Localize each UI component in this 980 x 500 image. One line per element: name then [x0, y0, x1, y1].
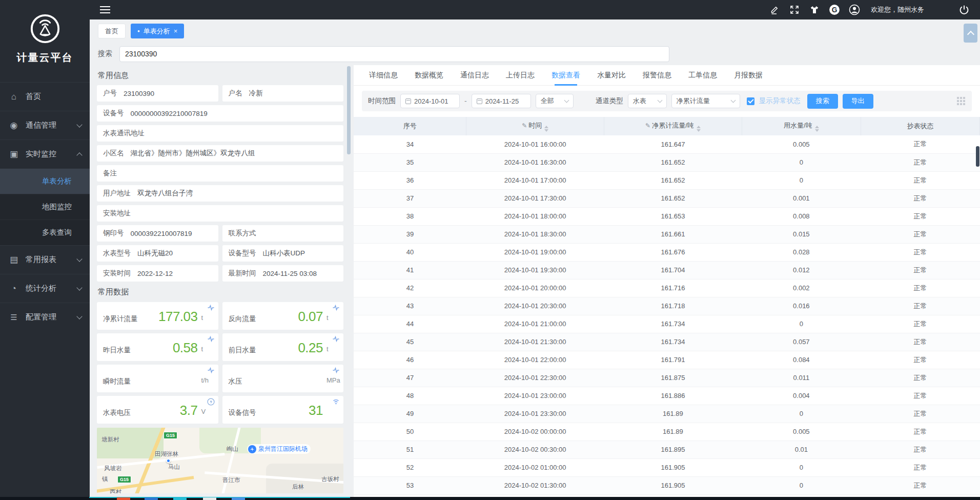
pulse-icon[interactable]: [207, 367, 215, 374]
breadcrumb-tab[interactable]: ● 首页 ×: [98, 24, 126, 38]
sidebar-menu-item[interactable]: 首页: [0, 82, 90, 111]
table-row[interactable]: 38 2024-10-01 18:00:00 161.653 0.008 正常: [354, 207, 980, 225]
table-row[interactable]: 52 2024-10-02 01:00:00 161.905 0 正常: [354, 458, 980, 476]
data-card: 昨日水量 0.58 t: [97, 333, 218, 361]
pulse-icon[interactable]: [332, 335, 340, 343]
taskbar-app-icon[interactable]: [203, 497, 216, 500]
table-header-row: 序号 时间 净累计流量/吨: [354, 117, 980, 135]
sort-desc-icon[interactable]: [697, 129, 701, 132]
detail-tab[interactable]: 上传日志: [506, 65, 535, 85]
detail-tab[interactable]: 通信日志: [460, 65, 489, 85]
table-column-header[interactable]: 时间: [466, 117, 604, 135]
detail-tab[interactable]: 数据查看: [552, 65, 580, 85]
g-circle-icon[interactable]: G: [829, 4, 840, 15]
sort-asc-icon[interactable]: [815, 126, 819, 128]
table-row[interactable]: 50 2024-10-02 00:00:00 161.89 0.005 正常: [354, 423, 980, 441]
detail-tab[interactable]: 报警信息: [643, 65, 671, 85]
table-row[interactable]: 40 2024-10-01 19:00:00 161.676 0.028 正常: [354, 243, 980, 261]
wifi-signal-icon[interactable]: [332, 398, 340, 405]
date-to-input[interactable]: 2024-11-25: [472, 94, 531, 108]
table-row[interactable]: 37 2024-10-01 17:30:00 161.652 0.001 正常: [354, 189, 980, 207]
sort-icons[interactable]: [815, 126, 819, 132]
table-row[interactable]: 39 2024-10-01 18:30:00 161.661 0.015 正常: [354, 225, 980, 243]
table-column-header[interactable]: 用水量/吨: [742, 117, 861, 135]
cell-usage: 0.008: [742, 207, 861, 225]
sort-icons[interactable]: [697, 126, 701, 132]
table-row[interactable]: 48 2024-10-01 23:00:00 161.886 0.004 正常: [354, 387, 980, 405]
table-row[interactable]: 44 2024-10-01 21:00:00 161.734 0 正常: [354, 315, 980, 333]
table-row[interactable]: 35 2024-10-01 16:30:00 161.652 0 正常: [354, 153, 980, 171]
page-scrollbar-thumb[interactable]: [976, 146, 979, 167]
sidebar-menu-item[interactable]: 常用报表: [0, 245, 90, 274]
table-row[interactable]: 41 2024-10-01 19:30:00 161.704 0.012 正常: [354, 261, 980, 279]
detail-tab[interactable]: 月报数据: [734, 65, 763, 85]
voltage-icon[interactable]: [207, 398, 215, 406]
table-row[interactable]: 53 2024-10-02 01:30:00 161.905 0 正常: [354, 476, 980, 494]
granularity-select[interactable]: 全部: [536, 94, 574, 108]
channel-select[interactable]: 水表: [628, 94, 667, 108]
taskbar-app-icon[interactable]: [232, 497, 245, 500]
table-row[interactable]: 45 2024-10-01 21:30:00 161.734 0.057 正常: [354, 333, 980, 351]
table-row[interactable]: 43 2024-10-01 20:30:00 161.718 0.016 正常: [354, 297, 980, 315]
filter-bar: 时间范围 2024-10-01 - 2024-11-25 全部 通道类型: [362, 91, 972, 111]
show-abnormal-label[interactable]: 显示异常状态: [759, 96, 801, 106]
panel-scrollbar-thumb[interactable]: [347, 66, 351, 154]
cell-seq: 52: [354, 458, 466, 476]
table-row[interactable]: 51 2024-10-02 00:30:00 161.895 0.01 正常: [354, 441, 980, 458]
avatar-icon[interactable]: [849, 4, 860, 15]
pulse-icon[interactable]: [332, 367, 340, 374]
taskbar-app-icon[interactable]: [117, 497, 130, 500]
taskbar-app-icon[interactable]: [145, 497, 158, 500]
sort-asc-icon[interactable]: [697, 126, 701, 128]
sidebar-menu-item[interactable]: 统计分析: [0, 274, 90, 303]
active-dot-icon: ●: [137, 29, 140, 33]
pulse-icon[interactable]: [207, 304, 215, 311]
table-row[interactable]: 47 2024-10-01 22:30:00 161.875 0.011 正常: [354, 369, 980, 387]
table-row[interactable]: 46 2024-10-01 22:00:00 161.791 0.084 正常: [354, 351, 980, 369]
pulse-icon[interactable]: [207, 335, 215, 343]
pulse-icon[interactable]: [332, 304, 340, 311]
column-settings-icon[interactable]: [957, 97, 966, 106]
theme-shirt-icon[interactable]: [809, 4, 820, 15]
date-from-input[interactable]: 2024-10-01: [400, 94, 460, 108]
menu-fold-icon[interactable]: [100, 6, 110, 13]
scroll-top-button[interactable]: [964, 24, 977, 43]
detail-tab[interactable]: 详细信息: [369, 65, 398, 85]
detail-tab[interactable]: 水量对比: [597, 65, 626, 85]
sort-icons[interactable]: [544, 126, 548, 132]
taskbar-app-icon[interactable]: [173, 497, 187, 500]
table-row[interactable]: 36 2024-10-01 17:00:00 161.652 0 正常: [354, 171, 980, 189]
breadcrumb-tab[interactable]: ● 单表分析 ×: [131, 24, 184, 38]
table-row[interactable]: 49 2024-10-01 23:30:00 161.89 0 正常: [354, 405, 980, 423]
sidebar-menu-item[interactable]: 多表查询: [0, 219, 90, 245]
metric-select[interactable]: 净累计流量: [671, 94, 740, 108]
sidebar-menu-item[interactable]: 配置管理: [0, 303, 90, 331]
table-column-header[interactable]: 抄表状态: [861, 117, 979, 135]
fullscreen-icon[interactable]: [789, 4, 800, 15]
export-button[interactable]: 导出: [843, 94, 873, 109]
sidebar-menu-item[interactable]: 单表分析: [0, 168, 90, 194]
mini-map[interactable]: 塘新村 田湖张林 峋山 风坡岩 马山 晋江市 后林 吉坂村: [97, 428, 343, 493]
show-abnormal-checkbox[interactable]: [747, 97, 754, 105]
sidebar-menu-item[interactable]: 通信管理: [0, 111, 90, 139]
table-row[interactable]: 34 2024-10-01 16:00:00 161.647 0.005 正常: [354, 135, 980, 153]
search-button[interactable]: 搜索: [807, 94, 838, 109]
sidebar-menu-item[interactable]: 地图监控: [0, 194, 90, 219]
os-taskbar[interactable]: [0, 497, 980, 500]
table-row[interactable]: 42 2024-10-01 20:00:00 161.716 0.002 正常: [354, 279, 980, 297]
detail-tab[interactable]: 数据概览: [415, 65, 443, 85]
sidebar-menu-item[interactable]: 实时监控: [0, 139, 90, 168]
sort-desc-icon[interactable]: [815, 129, 819, 132]
close-icon[interactable]: ×: [174, 27, 178, 35]
detail-tab[interactable]: 工单信息: [688, 65, 717, 85]
sort-asc-icon[interactable]: [544, 126, 548, 128]
table-column-header[interactable]: 序号: [354, 117, 466, 135]
column-label: 用水量/吨: [784, 122, 812, 129]
power-icon[interactable]: [958, 4, 970, 15]
edit-icon[interactable]: [769, 4, 780, 15]
search-input[interactable]: [119, 46, 669, 62]
airport-label[interactable]: 泉州晋江国际机场: [247, 444, 311, 454]
card-unit: MPa: [323, 374, 338, 384]
sort-desc-icon[interactable]: [544, 129, 548, 132]
table-column-header[interactable]: 净累计流量/吨: [604, 117, 742, 135]
